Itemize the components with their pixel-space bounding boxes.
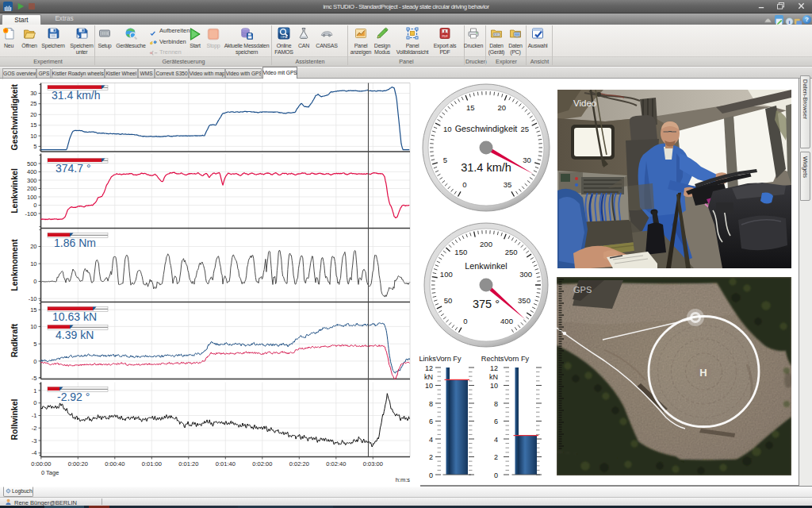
svg-text:Lenkmoment: Lenkmoment [10, 239, 19, 291]
svg-text:10: 10 [30, 260, 36, 267]
svg-text:H: H [699, 367, 707, 379]
svg-text:0:02:40: 0:02:40 [326, 460, 346, 468]
svg-text:-2: -2 [32, 425, 37, 432]
svg-text:6: 6 [429, 418, 433, 425]
svg-text:Video: Video [573, 98, 596, 108]
svg-text:500: 500 [27, 160, 37, 167]
svg-text:374.7 °: 374.7 ° [56, 162, 91, 175]
svg-text:0:00:40: 0:00:40 [105, 460, 124, 468]
svg-text:0: 0 [494, 471, 498, 479]
svg-text:Geschwindigkeit: Geschwindigkeit [10, 83, 19, 150]
svg-text:300: 300 [519, 270, 532, 279]
svg-text:10: 10 [30, 323, 36, 330]
svg-text:12: 12 [490, 364, 498, 372]
svg-text:0: 0 [463, 317, 467, 325]
svg-text:4: 4 [429, 436, 433, 444]
svg-text:RechtsVorn Fy: RechtsVorn Fy [481, 355, 530, 363]
svg-text:0:02:00: 0:02:00 [252, 460, 272, 468]
svg-text:10: 10 [490, 382, 498, 390]
svg-text:kN: kN [489, 373, 498, 381]
svg-text:6: 6 [494, 418, 498, 425]
svg-text:100: 100 [27, 194, 37, 201]
svg-text:12: 12 [425, 364, 433, 372]
svg-text:400: 400 [27, 168, 37, 175]
svg-text:50: 50 [444, 296, 453, 305]
svg-text:0: 0 [33, 202, 36, 209]
svg-text:i: i [789, 19, 791, 25]
svg-text:-10: -10 [29, 295, 37, 302]
svg-text:200: 200 [480, 240, 492, 248]
svg-text:10: 10 [425, 382, 433, 390]
svg-text:300: 300 [27, 177, 37, 184]
svg-text:8: 8 [494, 400, 498, 408]
svg-text:30: 30 [30, 90, 36, 97]
svg-text:-3: -3 [32, 437, 37, 444]
svg-text:-4: -4 [32, 449, 37, 456]
svg-text:0:01:40: 0:01:40 [216, 460, 236, 468]
svg-text:0:03:00: 0:03:00 [363, 460, 383, 468]
svg-text:31.4 km/h: 31.4 km/h [461, 161, 511, 174]
svg-text:15: 15 [466, 103, 475, 112]
svg-text:GPS: GPS [573, 285, 592, 294]
svg-text:2: 2 [494, 453, 498, 461]
svg-text:Radkraft: Radkraft [10, 323, 19, 357]
svg-text:25: 25 [520, 125, 529, 133]
svg-text:4: 4 [494, 436, 498, 444]
svg-text:5: 5 [33, 143, 36, 150]
svg-text:250: 250 [505, 248, 518, 256]
svg-text:10: 10 [443, 125, 452, 133]
svg-text:20: 20 [497, 103, 506, 112]
svg-text:400: 400 [500, 317, 513, 325]
svg-text:0:00:00: 0:00:00 [31, 460, 51, 468]
svg-text:OFA: OFA [281, 35, 288, 39]
svg-text:LinksVorn Fy: LinksVorn Fy [419, 355, 462, 363]
svg-text:Rollwinkel: Rollwinkel [10, 398, 19, 440]
svg-text:10.63 kN: 10.63 kN [52, 310, 97, 323]
svg-text:15: 15 [30, 121, 36, 129]
svg-text:5: 5 [443, 156, 447, 164]
svg-text:2: 2 [429, 453, 433, 461]
svg-text:35: 35 [504, 180, 512, 189]
svg-text:0: 0 [429, 471, 433, 479]
svg-text:30: 30 [523, 156, 531, 164]
svg-text:0: 0 [33, 358, 36, 365]
svg-text:375 °: 375 ° [473, 298, 500, 310]
svg-text:0:02:20: 0:02:20 [289, 460, 309, 468]
svg-text:Lenkwinkel: Lenkwinkel [465, 261, 507, 271]
svg-text:15: 15 [30, 306, 36, 314]
svg-text:PDF: PDF [442, 35, 448, 38]
svg-text:20: 20 [30, 111, 36, 118]
svg-text:0:00:20: 0:00:20 [68, 460, 88, 468]
svg-text:0 Tage: 0 Tage [41, 469, 59, 476]
svg-text:0:01:00: 0:01:00 [142, 460, 162, 468]
svg-text:h:m:s: h:m:s [396, 476, 411, 483]
svg-text:20: 20 [30, 243, 36, 250]
svg-text:1.86 Nm: 1.86 Nm [54, 237, 96, 249]
svg-text:4.39 kN: 4.39 kN [56, 329, 94, 341]
svg-text:-1: -1 [32, 412, 37, 419]
svg-text:0:01:20: 0:01:20 [178, 460, 198, 468]
svg-text:31.4 km/h: 31.4 km/h [52, 89, 100, 102]
svg-text:Geschwindigkeit: Geschwindigkeit [455, 124, 518, 133]
svg-text:0: 0 [33, 399, 36, 406]
svg-text:1: 1 [33, 387, 36, 394]
svg-text:Lenkwinkel: Lenkwinkel [10, 168, 19, 214]
svg-text:200: 200 [27, 185, 37, 192]
svg-text:5: 5 [33, 341, 36, 348]
svg-text:-5: -5 [32, 375, 37, 382]
svg-text:25: 25 [30, 100, 36, 107]
svg-text:8: 8 [429, 400, 433, 408]
svg-text:0: 0 [462, 180, 466, 189]
svg-text:-100: -100 [25, 210, 36, 217]
svg-text:100: 100 [440, 270, 453, 279]
svg-text:350: 350 [518, 296, 530, 305]
svg-text:10: 10 [30, 133, 36, 140]
svg-text:-2.92 °: -2.92 ° [57, 391, 90, 403]
svg-text:kN: kN [424, 373, 433, 381]
svg-text:150: 150 [454, 248, 467, 256]
svg-text:0: 0 [33, 278, 36, 285]
